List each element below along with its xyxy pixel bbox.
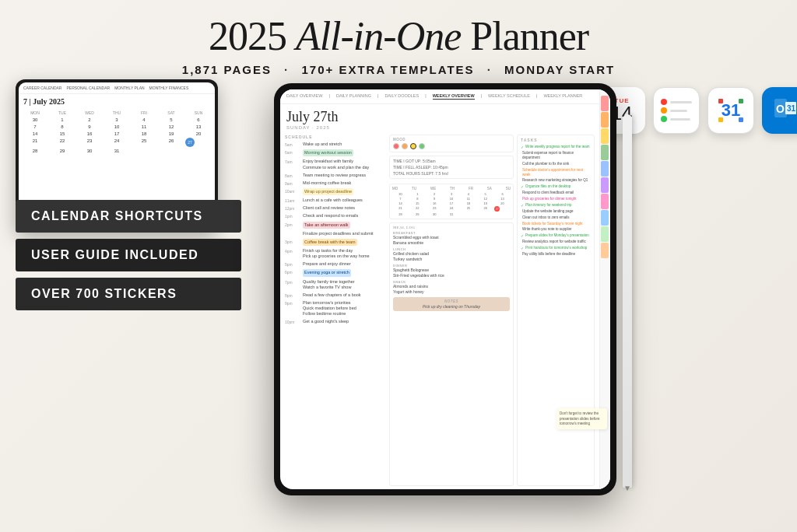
task-item: ✓Prepare slides for Monday's presentatio… xyxy=(521,233,591,238)
schedule-item: 7amEnjoy breakfast with familyCommute to… xyxy=(285,159,386,170)
tab-9[interactable] xyxy=(601,226,609,242)
task-item: Schedule doctor's appointment for next w… xyxy=(521,168,591,177)
time-fell-asleep: TIME I FELL ASLEEP: 10:45pm xyxy=(393,165,510,170)
header: 2025 All-in-One Planner 1,871 PAGES · 17… xyxy=(182,0,615,76)
task-item: Pick up groceries for dinner tonight xyxy=(521,197,591,201)
gcal-corner-tr xyxy=(739,99,743,103)
gcal-num: 31 xyxy=(722,102,740,119)
mood-dot-2 xyxy=(402,143,408,149)
right-section: TUE 14 xyxy=(626,79,781,134)
schedule-item: 1pmCheck and respond to emails xyxy=(285,213,386,219)
tab-7[interactable] xyxy=(601,194,609,209)
content-area: CAREER CALENDAR PERSONAL CALENDAR MONTHL… xyxy=(0,79,797,532)
task-item: ✓Plan itinerary for weekend trip xyxy=(521,203,591,208)
meal-section: MEAL LOG BREAKFAST Scrambled eggs with t… xyxy=(389,222,514,486)
task-item: Call the plumber to fix the sink xyxy=(521,162,591,166)
tab-strip xyxy=(599,89,610,489)
tablet-date-big: July 27th xyxy=(286,109,593,125)
tab-8[interactable] xyxy=(601,210,609,226)
stylus xyxy=(623,114,632,488)
task-item: ✓Write weekly progress report for the te… xyxy=(521,145,591,149)
monday-start: MONDAY START xyxy=(504,63,615,76)
schedule-label: SCHEDULE xyxy=(285,135,386,139)
task-item: Respond to client feedback email xyxy=(521,191,591,195)
gcal-corner-br xyxy=(739,117,743,122)
small-tablet-nav: CAREER CALENDAR PERSONAL CALENDAR MONTHL… xyxy=(19,82,215,94)
schedule-item: 3pmCoffee break with the team xyxy=(285,239,386,246)
tablet-date-sub: SUNDAY · 2025 xyxy=(286,125,593,130)
task-item: ✓Print handouts for tomorrow's workshop xyxy=(521,246,591,250)
main-tablet: DAILY OVERVIEW | DAILY PLANNING | DAILY … xyxy=(274,83,616,495)
tablet-schedule: SCHEDULE 5amWake up and stretch 6amMorni… xyxy=(285,135,386,486)
svg-text:O: O xyxy=(776,103,785,115)
task-item: Pay utility bills before the deadline xyxy=(521,252,591,257)
meal-breakfast: BREAKFAST Scrambled eggs with toastBanan… xyxy=(393,231,510,245)
schedule-item: 8pmRead a few chapters of a book xyxy=(285,292,386,298)
title-allinone: All-in-One xyxy=(296,14,461,58)
outlook-icon: O 31 xyxy=(762,87,797,134)
tab-10[interactable] xyxy=(601,243,609,258)
tablet-content: DAILY OVERVIEW | DAILY PLANNING | DAILY … xyxy=(280,89,599,489)
tab-3[interactable] xyxy=(601,128,609,144)
total-hours-slept: TOTAL HOURS SLEPT: 7.5 hrs! xyxy=(393,171,510,176)
schedule-item: 6pmEvening yoga or stretch xyxy=(285,269,386,276)
schedule-item: 4pmFinish up tasks for the dayPick up gr… xyxy=(285,248,386,259)
mood-dot-1 xyxy=(393,143,399,149)
tab-2[interactable] xyxy=(601,112,609,128)
mood-section: MOOD xyxy=(389,135,514,152)
page-container: 2025 All-in-One Planner 1,871 PAGES · 17… xyxy=(0,0,797,532)
calendar-shortcuts-badge: CALENDAR SHORTCUTS xyxy=(16,200,241,233)
main-tablet-screen: DAILY OVERVIEW | DAILY PLANNING | DAILY … xyxy=(280,89,610,489)
task-item: Update the website landing page xyxy=(521,209,591,214)
dot1: · xyxy=(284,63,293,76)
title-planner: Planner xyxy=(470,14,588,58)
task-item: Review analytics report for website traf… xyxy=(521,240,591,244)
tasks-label: TASKS xyxy=(521,138,591,142)
tab-5[interactable] xyxy=(601,161,609,177)
task-item: Write thank-you note to supplier xyxy=(521,227,591,232)
small-tablet-grid: MON TUE WED THU FRI SAT SUN 30123456 789… xyxy=(19,109,215,156)
schedule-item: 5pmPrepare and enjoy dinner xyxy=(285,261,386,267)
schedule-item: 5amWake up and stretch xyxy=(285,142,386,147)
gcal-corner-tl xyxy=(718,99,723,103)
tablet-middle: MOOD TIME I GOT UP: 5:05a xyxy=(389,135,514,486)
tab-4[interactable] xyxy=(601,145,609,160)
mood-dot-4 xyxy=(419,143,425,149)
tasks-section: TASKS ✓Write weekly progress report for … xyxy=(517,135,595,486)
task-item: Clean out inbox to zero emails xyxy=(521,215,591,220)
google-calendar-icon: 31 xyxy=(707,87,754,134)
tablet-right: TASKS ✓Write weekly progress report for … xyxy=(517,135,595,486)
schedule-item: 11amLunch at a cafe with colleagues xyxy=(285,198,386,203)
schedule-item: 10amWrap up project deadline xyxy=(285,188,386,195)
templates-count: 170+ EXTRA TEMPLATES xyxy=(301,63,474,76)
tablet-date-header: July 27th SUNDAY · 2025 xyxy=(280,104,599,131)
subtitle: 1,871 PAGES · 170+ EXTRA TEMPLATES · MON… xyxy=(182,63,615,76)
meal-log-label: MEAL LOG xyxy=(393,226,510,229)
title-year: 2025 xyxy=(209,14,286,58)
task-item: ✓Organize files on the desktop xyxy=(521,184,591,189)
mini-cal-header: MOTUWETHFRSASU xyxy=(392,187,511,191)
schedule-item: 9amMid-morning coffee break xyxy=(285,180,386,186)
small-tablet-month: 7 | July 2025 xyxy=(23,97,65,106)
outlook-letter: O 31 xyxy=(771,94,797,128)
tablet-body: SCHEDULE 5amWake up and stretch 6amMorni… xyxy=(280,131,599,489)
reminders-icon xyxy=(653,87,700,134)
stickers-badge: OVER 700 STICKERS xyxy=(16,278,241,310)
user-guide-badge: USER GUIDE INCLUDED xyxy=(16,239,241,271)
time-got-up: TIME I GOT UP: 5:05am xyxy=(393,159,510,163)
gcal-corner-bl xyxy=(718,117,723,122)
time-section: TIME I GOT UP: 5:05am TIME I FELL ASLEEP… xyxy=(389,156,514,179)
schedule-item: 2pmTake an afternoon walk xyxy=(285,222,386,229)
small-tablet-days: MON TUE WED THU FRI SAT SUN xyxy=(22,110,212,115)
tab-6[interactable] xyxy=(601,177,609,193)
reminders-lines xyxy=(656,94,697,127)
task-item: Research new marketing strategies for Q1 xyxy=(521,178,591,183)
sticky-note: Don't forget to review the presentation … xyxy=(556,408,599,429)
schedule-item: 8amTeam meeting to review progress xyxy=(285,173,386,178)
center-section: DAILY OVERVIEW | DAILY PLANNING | DAILY … xyxy=(265,79,626,495)
tab-1[interactable] xyxy=(601,96,609,111)
mood-label: MOOD xyxy=(393,138,510,142)
svg-text:31: 31 xyxy=(787,104,796,113)
schedule-item: 10pmGet a good night's sleep xyxy=(285,319,386,324)
meal-snack: SNACK Almonds and raisinsYogurt with hon… xyxy=(393,280,510,294)
